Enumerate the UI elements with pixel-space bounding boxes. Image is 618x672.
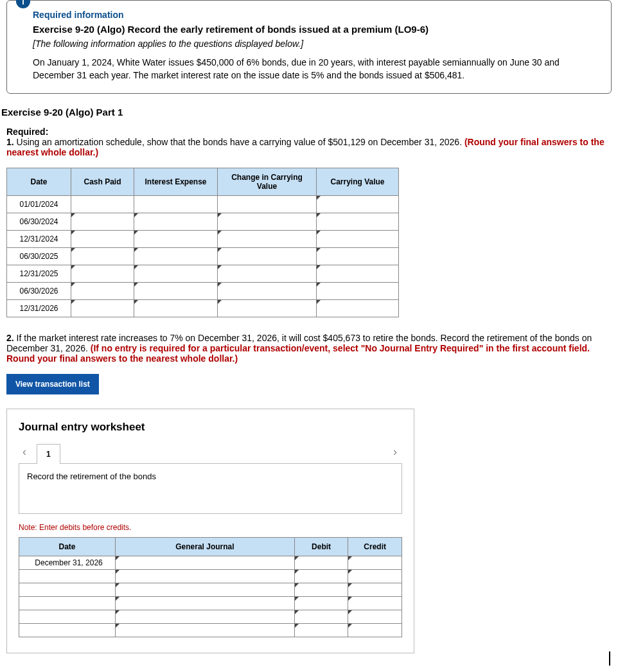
amort-input-cell[interactable]	[218, 231, 317, 248]
je-date-cell	[19, 624, 116, 637]
q2-prefix: 2.	[6, 333, 14, 343]
table-row	[19, 597, 402, 610]
je-input-cell[interactable]	[116, 624, 295, 637]
th-interest-expense: Interest Expense	[134, 168, 218, 196]
amort-input-cell[interactable]	[218, 213, 317, 231]
je-input-cell[interactable]	[348, 624, 402, 637]
amort-input-cell[interactable]	[317, 248, 399, 265]
amort-input-cell[interactable]	[134, 196, 218, 213]
journal-worksheet-card: Journal entry worksheet ‹ 1 › Record the…	[6, 409, 414, 653]
je-input-cell[interactable]	[348, 597, 402, 610]
exercise-title: Exercise 9-20 (Algo) Record the early re…	[33, 24, 601, 35]
amort-date-cell: 12/31/2026	[7, 300, 71, 317]
amort-input-cell[interactable]	[317, 300, 399, 317]
table-row: 06/30/2026	[7, 283, 399, 300]
amort-input-cell[interactable]	[134, 265, 218, 283]
amort-input-cell[interactable]	[71, 231, 134, 248]
je-input-cell[interactable]	[294, 570, 348, 583]
q1-text: Using an amortization schedule, show tha…	[14, 137, 464, 147]
applies-note: [The following information applies to th…	[33, 39, 601, 49]
th-change-carrying: Change in Carrying Value	[218, 168, 317, 196]
amortization-table: Date Cash Paid Interest Expense Change i…	[6, 168, 399, 317]
je-th-general-journal: General Journal	[116, 538, 295, 556]
je-date-cell: December 31, 2026	[19, 556, 116, 570]
table-row	[19, 583, 402, 597]
table-row	[19, 610, 402, 624]
amort-input-cell[interactable]	[71, 248, 134, 265]
scenario-paragraph: On January 1, 2024, White Water issues $…	[33, 57, 601, 82]
je-input-cell[interactable]	[116, 610, 295, 624]
table-row: December 31, 2026	[19, 556, 402, 570]
je-input-cell[interactable]	[116, 570, 295, 583]
text-cursor	[609, 651, 610, 660]
amort-input-cell[interactable]	[317, 213, 399, 231]
table-row: 12/31/2024	[7, 231, 399, 248]
amort-input-cell[interactable]	[218, 265, 317, 283]
amort-input-cell[interactable]	[218, 248, 317, 265]
amort-input-cell[interactable]	[71, 265, 134, 283]
note-debits-before-credits: Note: Enter debits before credits.	[19, 523, 402, 532]
je-input-cell[interactable]	[294, 556, 348, 570]
journal-title: Journal entry worksheet	[19, 421, 402, 434]
je-th-credit: Credit	[348, 538, 402, 556]
table-row: 12/31/2025	[7, 265, 399, 283]
amort-input-cell[interactable]	[317, 231, 399, 248]
je-date-cell	[19, 610, 116, 624]
amort-input-cell[interactable]	[71, 213, 134, 231]
je-input-cell[interactable]	[116, 583, 295, 597]
amort-input-cell[interactable]	[134, 231, 218, 248]
amort-input-cell[interactable]	[317, 283, 399, 300]
amort-date-cell: 01/01/2024	[7, 196, 71, 213]
je-date-cell	[19, 570, 116, 583]
je-th-date: Date	[19, 538, 116, 556]
je-input-cell[interactable]	[116, 597, 295, 610]
required-label: Required:	[6, 127, 48, 137]
je-th-debit: Debit	[294, 538, 348, 556]
amort-input-cell[interactable]	[71, 283, 134, 300]
amort-input-cell[interactable]	[317, 196, 399, 213]
je-input-cell[interactable]	[348, 610, 402, 624]
view-transaction-list-button[interactable]: View transaction list	[6, 374, 99, 394]
amort-input-cell[interactable]	[218, 300, 317, 317]
amort-date-cell: 12/31/2024	[7, 231, 71, 248]
amort-date-cell: 12/31/2025	[7, 265, 71, 283]
journal-instruction: Record the retirement of the bonds	[19, 463, 402, 514]
amort-date-cell: 06/30/2026	[7, 283, 71, 300]
required-info-box: i Required information Exercise 9-20 (Al…	[6, 0, 612, 94]
amort-input-cell[interactable]	[134, 283, 218, 300]
q2-block: 2. If the market interest rate increases…	[6, 333, 612, 364]
table-row: 06/30/2025	[7, 248, 399, 265]
th-date: Date	[7, 168, 71, 196]
amort-input-cell[interactable]	[134, 300, 218, 317]
chevron-right-icon[interactable]: ›	[389, 443, 401, 461]
je-input-cell[interactable]	[294, 624, 348, 637]
q2-instruction-red: (If no entry is required for a particula…	[6, 343, 590, 364]
je-input-cell[interactable]	[348, 570, 402, 583]
je-date-cell	[19, 597, 116, 610]
amort-input-cell[interactable]	[134, 248, 218, 265]
je-input-cell[interactable]	[116, 556, 295, 570]
tab-1[interactable]: 1	[37, 444, 60, 464]
table-row	[19, 570, 402, 583]
amort-date-cell: 06/30/2024	[7, 213, 71, 231]
amort-input-cell[interactable]	[218, 196, 317, 213]
amort-input-cell[interactable]	[134, 213, 218, 231]
amort-input-cell[interactable]	[71, 300, 134, 317]
journal-entry-table: Date General Journal Debit Credit Decemb…	[19, 537, 402, 637]
je-input-cell[interactable]	[348, 583, 402, 597]
amort-date-cell: 06/30/2025	[7, 248, 71, 265]
amort-input-cell[interactable]	[317, 265, 399, 283]
th-carrying-value: Carrying Value	[317, 168, 399, 196]
amort-input-cell[interactable]	[218, 283, 317, 300]
je-input-cell[interactable]	[294, 597, 348, 610]
chevron-left-icon[interactable]: ‹	[19, 443, 30, 461]
required-info-label: Required information	[33, 10, 601, 20]
je-input-cell[interactable]	[294, 583, 348, 597]
je-input-cell[interactable]	[294, 610, 348, 624]
je-input-cell[interactable]	[348, 556, 402, 570]
required-block: Required: 1. Using an amortization sched…	[6, 127, 612, 157]
table-row	[19, 624, 402, 637]
part-header: Exercise 9-20 (Algo) Part 1	[1, 107, 612, 118]
amort-input-cell[interactable]	[71, 196, 134, 213]
table-row: 06/30/2024	[7, 213, 399, 231]
